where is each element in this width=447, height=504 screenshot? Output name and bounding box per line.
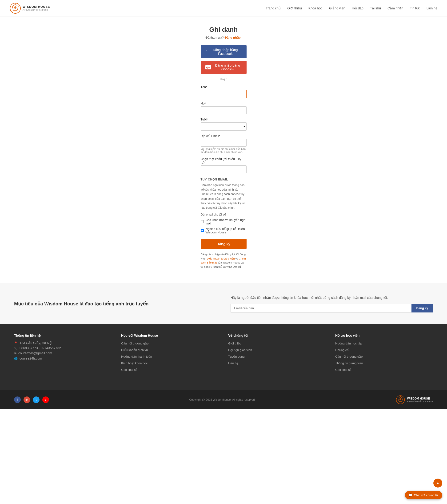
footer-link-terms[interactable]: Điều khoản dịch vụ <box>121 347 219 353</box>
facebook-icon: f <box>205 50 207 54</box>
subscribe-form: Đăng ký <box>231 304 433 312</box>
footer-link-careers[interactable]: Tuyển dụng <box>228 354 326 359</box>
send-email-label: Gửi email cho tôi về <box>201 213 247 216</box>
first-name-input[interactable] <box>201 90 247 98</box>
nav-reviews[interactable]: Cảm nhận <box>388 6 403 10</box>
logo-sub-name: A Foundation for the Future <box>23 9 50 11</box>
checkbox-row-2: Nghiên cứu để giúp cải thiện Wisdom Hous… <box>201 227 247 234</box>
header: WISDOM HOUSE A Foundation for the Future… <box>0 0 447 17</box>
footer-col1-title: Thông tin liên hệ <box>14 334 112 337</box>
checkbox-research[interactable] <box>201 229 204 232</box>
main-content: Ghi danh Đã tham gia? Đăng nhập. f Đăng … <box>0 17 447 409</box>
nav-faq[interactable]: Hỏi đáp <box>352 6 363 10</box>
terms-link[interactable]: Điều khoản & Điều kiện <box>207 257 235 260</box>
footer-col-contact: Thông tin liên hệ 📍 123 Cầu Giấy, Hà Nội… <box>14 334 112 374</box>
subscribe-button[interactable]: Đăng ký <box>411 304 433 312</box>
footer-col2-title: Học với Wisdom House <box>121 334 219 337</box>
page-title: Ghi danh <box>146 26 301 34</box>
youtube-social-icon[interactable]: ▶ <box>42 396 49 403</box>
footer-link-support-faq[interactable]: Câu hỏi thường gặp <box>335 354 433 359</box>
email-hint: Vui lòng kiểm tra địa chỉ email của bạn … <box>201 147 247 154</box>
social-icons: f g+ t ▶ <box>14 396 49 403</box>
age-field: Tuổi* Dưới 18 18-25 26-35 36-45 Trên 45 <box>201 118 247 131</box>
google-login-button[interactable]: g+ Đăng nhập bằng Google+ <box>201 61 247 74</box>
mission-subscribe: Hãy là người đầu tiên nhận được thông ti… <box>231 295 433 312</box>
contact-phone: 📞 0868337773 - 02743557732 <box>14 346 112 350</box>
twitter-social-icon[interactable]: t <box>33 396 39 403</box>
password-input[interactable] <box>201 165 247 173</box>
footer-col4-title: Hỗ trợ học viên <box>335 334 433 337</box>
facebook-social-icon[interactable]: f <box>14 396 21 403</box>
mission-subscribe-desc: Hãy là người đầu tiên nhận được thông ti… <box>231 295 433 300</box>
checkbox-courses[interactable] <box>201 220 204 223</box>
footer-bottom: f g+ t ▶ Copyright @ 2018 Wisdomhouse. A… <box>0 390 447 409</box>
email-label: Địa chỉ Email* <box>201 134 247 138</box>
nav-contact[interactable]: Liên hệ <box>427 6 438 10</box>
footer-col-learn: Học với Wisdom House Câu hỏi thường gặp … <box>121 334 219 374</box>
email-icon-2: 🌐 <box>14 357 18 360</box>
footer-link-teachers[interactable]: Đội ngũ giáo viên <box>228 347 326 353</box>
google-plus-social-icon[interactable]: g+ <box>23 396 30 403</box>
last-name-input[interactable] <box>201 106 247 114</box>
footer-link-share[interactable]: Góc chia sẻ <box>335 367 433 373</box>
nav-docs[interactable]: Tài liệu <box>370 6 381 10</box>
first-name-label: Tên* <box>201 85 247 89</box>
subscribe-email-input[interactable] <box>231 304 411 312</box>
footer-link-guide[interactable]: Hướng dẫn học tập <box>335 341 433 346</box>
footer-logo-icon <box>396 395 405 404</box>
terms-text: Bằng cách nhập vào Đăng ký, tôi đồng ý v… <box>201 252 247 269</box>
password-label: Chọn mật khẩu (tối thiểu 8 ký tự)* <box>201 157 247 164</box>
or-divider: Hoặc <box>201 77 247 81</box>
mission-section: Mục tiêu của Wisdom House là đào tạo tiế… <box>0 283 447 324</box>
location-icon: 📍 <box>14 342 18 345</box>
checkbox-research-label[interactable]: Nghiên cứu để giúp cải thiện Wisdom Hous… <box>206 227 247 234</box>
footer-logo-text: WISDOM HOUSE A Foundation for the Future <box>407 397 433 403</box>
nav-courses[interactable]: Khóa học <box>308 6 322 10</box>
footer-link-cert[interactable]: Chứng chỉ <box>335 347 433 353</box>
email-input[interactable] <box>201 139 247 146</box>
email-options-desc: Đảm bảo bạn luôn được thông báo về các k… <box>201 183 247 210</box>
nav-news[interactable]: Tin tức <box>410 6 420 10</box>
last-name-field: Họ* <box>201 102 247 114</box>
email-icon-1: ✉ <box>14 352 17 355</box>
footer-link-contact[interactable]: Liên hệ <box>228 361 326 366</box>
footer-col3-title: Về chúng tôi <box>228 334 326 337</box>
footer-col-support: Hỗ trợ học viên Hướng dẫn học tập Chứng … <box>335 334 433 374</box>
or-text: Hoặc <box>220 77 227 81</box>
contact-email1: ✉ course24h@gmail.com <box>14 351 112 355</box>
email-field: Địa chỉ Email* Vui lòng kiểm tra địa chỉ… <box>201 134 247 154</box>
footer-link-payment[interactable]: Hướng dẫn thanh toán <box>121 354 219 359</box>
logo-main-name: WISDOM HOUSE <box>23 5 50 9</box>
copyright-text: Copyright @ 2018 Wisdomhouse. All rights… <box>189 398 255 401</box>
facebook-login-button[interactable]: f Đăng nhập bằng Facebook <box>201 45 247 58</box>
age-select[interactable]: Dưới 18 18-25 26-35 36-45 Trên 45 <box>201 122 247 131</box>
footer-logo: WISDOM HOUSE A Foundation for the Future <box>396 395 433 404</box>
footer-logo-sub: A Foundation for the Future <box>407 400 433 403</box>
logo-area[interactable]: WISDOM HOUSE A Foundation for the Future <box>9 2 50 14</box>
main-nav: Trang chủ Giới thiệu Khóa học Giảng viên… <box>266 6 438 10</box>
logo-text: WISDOM HOUSE A Foundation for the Future <box>23 5 50 11</box>
google-icon: g+ <box>205 65 211 70</box>
footer-link-activate[interactable]: Kích hoạt khóa học <box>121 361 219 366</box>
nav-teachers[interactable]: Giảng viên <box>329 6 345 10</box>
svg-point-2 <box>14 6 17 9</box>
footer-link-about[interactable]: Giới thiệu <box>228 341 326 346</box>
mission-heading: Mục tiêu của Wisdom House là đào tạo tiế… <box>14 300 216 307</box>
footer-link-teacher-info[interactable]: Thông tin giảng viên <box>335 361 433 366</box>
nav-about[interactable]: Giới thiệu <box>287 6 302 10</box>
nav-home[interactable]: Trang chủ <box>266 6 281 10</box>
checkbox-row-1: Các khóa học và khuyến nghị mới <box>201 218 247 225</box>
login-link[interactable]: Đăng nhập. <box>225 36 242 39</box>
already-member-text: Đã tham gia? Đăng nhập. <box>146 36 301 39</box>
footer-link-corner[interactable]: Góc chia sẻ <box>121 367 219 373</box>
email-options-section: TUỲ CHỌN EMAIL Đảm bảo bạn luôn được thô… <box>201 178 247 234</box>
logo-icon <box>9 2 21 14</box>
footer-link-faq[interactable]: Câu hỏi thường gặp <box>121 341 219 346</box>
footer-col-about: Về chúng tôi Giới thiệu Đội ngũ giáo viê… <box>228 334 326 374</box>
contact-address: 📍 123 Cầu Giấy, Hà Nội <box>14 341 112 345</box>
age-label: Tuổi* <box>201 118 247 121</box>
contact-email2: 🌐 course24h.com <box>14 357 112 360</box>
checkbox-courses-label[interactable]: Các khóa học và khuyến nghị mới <box>206 218 247 225</box>
password-field: Chọn mật khẩu (tối thiểu 8 ký tự)* <box>201 157 247 173</box>
register-button[interactable]: Đăng ký <box>201 239 247 249</box>
